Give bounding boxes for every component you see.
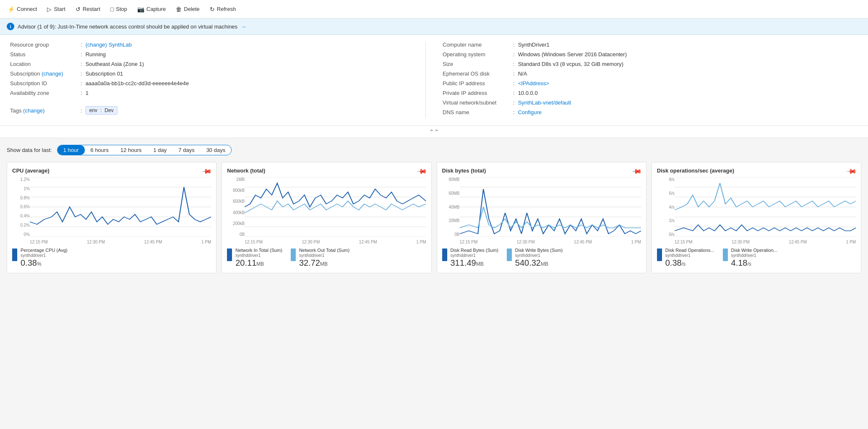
metric-value: 540.32MB — [515, 258, 563, 268]
xaxis-label: 1 PM — [201, 240, 211, 244]
computer-name-row: Computer name : SynthDriver1 — [443, 42, 858, 48]
start-button[interactable]: ▷ Start — [43, 3, 69, 15]
status-row: Status : Running — [10, 51, 425, 58]
stop-button[interactable]: □ Stop — [106, 3, 131, 15]
time-filter-30_days[interactable]: 30 days — [201, 145, 232, 155]
capture-label: Capture — [146, 6, 166, 12]
chart-legend: Disk Read Operations...synthddriver10.38… — [657, 246, 856, 268]
tag-badge[interactable]: env : Dev — [86, 106, 117, 115]
legend-sub: synthddriver1 — [731, 253, 777, 258]
vnet-value[interactable]: SynthLab-vnet/default — [518, 99, 571, 106]
legend-item: Disk Read Bytes (Sum)synthddriver1311.49… — [442, 248, 498, 268]
location-row: Location : Southeast Asia (Zone 1) — [10, 61, 425, 67]
chart-legend: Percentage CPU (Avg)synthddriver10.38% — [12, 246, 211, 268]
yaxis-label: 1MB — [227, 177, 245, 182]
advisor-link[interactable]: → — [241, 24, 246, 30]
chart-cpu: CPU (average)📌1.2%1%0.8%0.6%0.4%0.2%0%12… — [7, 162, 216, 273]
availability-zone-label: Availability zone — [10, 90, 77, 96]
yaxis-label: 200kB — [227, 221, 245, 226]
legend-color — [227, 249, 232, 261]
connect-button[interactable]: ⚡ Connect — [3, 3, 41, 15]
yaxis-label: 2/s — [657, 218, 675, 223]
start-label: Start — [54, 6, 65, 12]
chart-disk-bytes: Disk bytes (total)📌80MB60MB40MB20MB0B12:… — [437, 162, 646, 273]
yaxis-label: 40MB — [442, 205, 460, 209]
metric-value: 311.49MB — [451, 258, 498, 268]
refresh-button[interactable]: ↻ Refresh — [206, 3, 240, 15]
advisor-banner: i Advisor (1 of 9): Just-In-Time network… — [0, 18, 868, 35]
collapse-bar[interactable]: ⌃⌃ — [0, 126, 868, 138]
location-label: Location — [10, 61, 77, 67]
chart-yaxis: 1.2%1%0.8%0.6%0.4%0.2%0% — [12, 177, 30, 244]
yaxis-label: 800kB — [227, 188, 245, 193]
yaxis-label: 20MB — [442, 218, 460, 223]
yaxis-label: 0.4% — [12, 214, 30, 218]
xaxis-label: 12:15 PM — [460, 240, 478, 244]
location-value: Southeast Asia (Zone 1) — [86, 61, 144, 67]
time-filter-row: Show data for last: 1 hour6 hours12 hour… — [7, 145, 861, 155]
chart-svg — [675, 177, 856, 237]
chart-svg — [30, 177, 211, 237]
yaxis-label: 0.2% — [12, 223, 30, 228]
resource-group-label: Resource group — [10, 42, 77, 48]
stop-label: Stop — [116, 6, 127, 12]
legend-name: Network Out Total (Sum) — [299, 248, 349, 253]
xaxis-label: 1 PM — [416, 240, 426, 244]
private-ip-row: Private IP address : 10.0.0.0 — [443, 90, 858, 96]
legend-name: Network In Total (Sum) — [235, 248, 282, 253]
capture-button[interactable]: 📷 Capture — [133, 3, 170, 15]
subscription-change[interactable]: (change) — [42, 71, 63, 77]
metric-value: 20.11MB — [235, 258, 282, 268]
computer-name-value: SynthDriver1 — [518, 42, 550, 48]
resource-group-value[interactable]: SynthLab — [109, 42, 132, 48]
yaxis-label: 0.8% — [12, 196, 30, 200]
connect-icon: ⚡ — [8, 6, 15, 13]
delete-button[interactable]: 🗑 Delete — [172, 3, 204, 15]
subscription-value: Subscription 01 — [86, 71, 123, 77]
subscription-id-row: Subscription ID : aaaa0a0a-bb1b-cc2c-dd3… — [10, 80, 425, 86]
public-ip-label: Public IP address — [443, 80, 510, 86]
time-filter-6_hours[interactable]: 6 hours — [85, 145, 115, 155]
start-icon: ▷ — [47, 6, 52, 13]
resource-group-row: Resource group : (change) SynthLab — [10, 42, 425, 48]
vnet-row: Virtual network/subnet : SynthLab-vnet/d… — [443, 99, 858, 106]
size-label: Size — [443, 61, 510, 67]
xaxis-label: 12:15 PM — [30, 240, 48, 244]
availability-zone-value: 1 — [86, 90, 89, 96]
time-filter-12_hours[interactable]: 12 hours — [115, 145, 148, 155]
vm-info-area: Resource group : (change) SynthLab Statu… — [0, 35, 868, 126]
yaxis-label: 60MB — [442, 191, 460, 196]
ephemeral-row: Ephemeral OS disk : N/A — [443, 71, 858, 77]
legend-color — [723, 249, 728, 261]
chart-xaxis: 12:15 PM12:30 PM12:45 PM1 PM — [30, 240, 211, 244]
chart-xaxis: 12:15 PM12:30 PM12:45 PM1 PM — [460, 240, 641, 244]
public-ip-value[interactable]: <IPAddress> — [518, 80, 549, 86]
chart-yaxis: 8/s6/s4/s2/s0/s — [657, 177, 675, 244]
chart-title-disk-bytes: Disk bytes (total) — [442, 167, 641, 174]
restart-button[interactable]: ↺ Restart — [71, 3, 104, 15]
refresh-icon: ↻ — [210, 6, 215, 13]
xaxis-label: 12:15 PM — [675, 240, 693, 244]
monitoring-area: Show data for last: 1 hour6 hours12 hour… — [0, 138, 868, 280]
delete-icon: 🗑 — [176, 6, 182, 13]
time-filter-1_hour[interactable]: 1 hour — [57, 145, 85, 155]
legend-name: Disk Read Operations... — [665, 248, 714, 253]
toolbar: ⚡ Connect ▷ Start ↺ Restart □ Stop 📷 Cap… — [0, 0, 868, 18]
chart-yaxis: 80MB60MB40MB20MB0B — [442, 177, 460, 244]
size-row: Size : Standard D8s v3 (8 vcpus, 32 GiB … — [443, 61, 858, 67]
yaxis-label: 0B — [227, 232, 245, 237]
os-row: Operating system : Windows (Windows Serv… — [443, 51, 858, 58]
dns-value[interactable]: Configure — [518, 109, 542, 115]
metric-value: 32.72MB — [299, 258, 349, 268]
legend-sub: synthddriver1 — [21, 253, 68, 258]
time-filter-1_day[interactable]: 1 day — [148, 145, 173, 155]
time-filter-7_days[interactable]: 7 days — [172, 145, 200, 155]
tags-label: Tags (change) — [10, 107, 77, 114]
tags-change[interactable]: (change) — [23, 107, 44, 114]
legend-item: Disk Read Operations...synthddriver10.38… — [657, 248, 714, 268]
private-ip-label: Private IP address — [443, 90, 510, 96]
xaxis-label: 12:45 PM — [359, 240, 377, 244]
legend-color — [442, 249, 447, 261]
tag-key: env — [89, 107, 97, 113]
resource-group-change[interactable]: (change) — [86, 42, 107, 48]
